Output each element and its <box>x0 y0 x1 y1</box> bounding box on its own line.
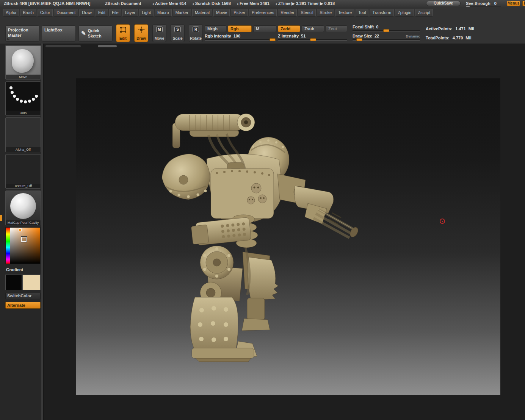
edit-mode-button[interactable]: Edit <box>116 24 130 42</box>
draw-size-label: Draw Size <box>353 34 372 38</box>
switch-color-button[interactable]: SwitchColor <box>5 293 41 299</box>
mrgb-button[interactable]: Mrgb <box>205 25 226 32</box>
alternate-button[interactable]: Alternate <box>5 302 41 309</box>
draw-mode-button[interactable]: Draw <box>134 24 148 42</box>
z-intensity-handle[interactable] <box>310 38 316 41</box>
zcut-button[interactable]: Zcut <box>326 25 347 32</box>
tray-scroll-handle[interactable] <box>98 45 117 47</box>
lightbox-label: LightBox <box>44 28 63 32</box>
tray-scroll-marker[interactable] <box>0 215 2 221</box>
sculpt-canvas[interactable] <box>76 78 500 395</box>
scale-mode-button[interactable]: S Scale <box>171 24 185 42</box>
alpha-selector[interactable]: Alpha_Off <box>5 117 41 152</box>
pencil-icon: ✎ <box>81 30 86 37</box>
focal-shift-slider[interactable]: Focal Shift0 <box>353 25 420 31</box>
menu-bar: AlphaBrushColorDocumentDrawEditFileLayer… <box>0 7 525 18</box>
draw-size-value: 22 <box>375 34 379 38</box>
menu-item[interactable]: Brush <box>20 9 36 17</box>
zsub-button[interactable]: Zsub <box>302 25 324 32</box>
hue-selector[interactable] <box>19 228 22 231</box>
secondary-color-swatch[interactable] <box>22 275 41 290</box>
menu-item[interactable]: Tool <box>356 9 368 17</box>
menu-item[interactable]: File <box>109 9 121 17</box>
menu-item[interactable]: Picker <box>231 9 248 17</box>
hue-strip[interactable] <box>6 228 10 264</box>
draw-size-track <box>353 39 420 41</box>
texture-name: Texture_Off <box>6 184 41 188</box>
menu-item[interactable]: Stroke <box>317 9 334 17</box>
see-through-slider[interactable]: See-through0 <box>466 1 501 7</box>
menu-item[interactable]: Zscript <box>415 9 433 17</box>
menu-item[interactable]: Alpha <box>3 9 19 17</box>
total-points-readout: TotalPoints:4.770Mil <box>426 36 472 40</box>
zbrush-app: ZBrush 4R6 [BIVR-MIBF-QQJA-NIMI-NRWH] ZB… <box>0 0 525 420</box>
lightbox-button[interactable]: LightBox <box>42 25 76 42</box>
rgb-intensity-slider[interactable]: Rgb Intensity100 <box>205 34 276 41</box>
quick-sketch-button[interactable]: ✎ Quick Sketch <box>78 25 113 42</box>
menus-button[interactable]: Menus <box>507 1 520 6</box>
menu-item[interactable]: Stencil <box>298 9 316 17</box>
draw-crosshair-icon <box>138 27 145 33</box>
document-workspace <box>44 44 525 420</box>
draw-size-slider[interactable]: Draw Size22 Dynamic <box>353 34 420 41</box>
color-picker[interactable] <box>5 227 41 264</box>
menu-item[interactable]: Marker <box>173 9 191 17</box>
total-points-unit: Mil <box>465 36 471 40</box>
menu-item[interactable]: Edit <box>96 9 108 17</box>
left-tray: Move Dots Alpha_Off Texture_Off MatCap P… <box>0 44 41 420</box>
menu-item[interactable]: Draw <box>79 9 94 17</box>
focal-shift-handle[interactable] <box>383 29 389 32</box>
material-selector[interactable]: MatCap Pearl Cavity <box>5 190 41 225</box>
m-button[interactable]: M <box>253 25 276 32</box>
projection-master-button[interactable]: Projection Master <box>5 25 39 42</box>
primary-color-swatch[interactable] <box>5 275 22 290</box>
brush-selector[interactable]: Move <box>5 45 41 80</box>
quick-sketch-label: Quick Sketch <box>88 28 110 39</box>
zadd-button[interactable]: Zadd <box>278 25 300 32</box>
stat-item: Scratch Disk 1568 <box>193 1 231 6</box>
color-selector[interactable] <box>21 237 27 242</box>
top-toolbar: Projection Master LightBox ✎ Quick Sketc… <box>0 18 525 44</box>
menu-item[interactable]: Zplugin <box>395 9 414 17</box>
edit-gizmo-icon <box>120 27 127 33</box>
tray-divider-segment <box>45 45 81 47</box>
z-intensity-slider[interactable]: Z Intensity51 <box>278 34 347 41</box>
rgb-intensity-handle[interactable] <box>270 38 276 41</box>
quicksave-button[interactable]: QuickSave <box>426 1 461 6</box>
menu-item[interactable]: Texture <box>335 9 354 17</box>
menu-item[interactable]: Preferences <box>249 9 277 17</box>
stroke-selector[interactable]: Dots <box>5 81 41 116</box>
memory-stats: Active Mem 614Scratch Disk 1568Free Mem … <box>152 1 335 6</box>
move-mode-button[interactable]: M Move <box>152 24 166 42</box>
matcap-sphere-icon <box>10 193 36 219</box>
move-label: Move <box>155 36 165 41</box>
menu-item[interactable]: Transform <box>370 9 394 17</box>
focal-shift-track <box>353 30 420 31</box>
menu-item[interactable]: Light <box>139 9 154 17</box>
menu-item[interactable]: Color <box>38 9 53 17</box>
z-intensity-track <box>278 39 347 41</box>
active-points-label: ActivePoints: <box>426 27 452 31</box>
menu-item[interactable]: Document <box>54 9 78 17</box>
menu-item[interactable]: Material <box>192 9 212 17</box>
draw-size-handle[interactable] <box>356 38 362 41</box>
menu-item[interactable]: Macro <box>155 9 172 17</box>
brush-name: Move <box>6 75 41 79</box>
saturation-value-square[interactable] <box>10 228 40 264</box>
gradient-toggle[interactable]: Gradient <box>6 267 23 272</box>
rotate-mode-button[interactable]: R Rotate <box>189 24 203 42</box>
document-title: ZBrush Document <box>105 1 141 6</box>
menu-item[interactable]: Layer <box>122 9 138 17</box>
overflow-button[interactable]: D <box>522 1 525 6</box>
rgb-button[interactable]: Rgb <box>228 25 252 32</box>
menu-item[interactable]: Movie <box>213 9 230 17</box>
menu-item[interactable]: Render <box>278 9 297 17</box>
sculpt-model[interactable] <box>76 78 500 395</box>
texture-selector[interactable]: Texture_Off <box>5 154 41 189</box>
app-title: ZBrush 4R6 [BIVR-MIBF-QQJA-NIMI-NRWH] <box>4 1 90 6</box>
active-points-unit: Mil <box>469 27 474 31</box>
move-m-icon: M <box>156 27 163 32</box>
rgb-intensity-value: 100 <box>234 34 240 38</box>
see-through-value: 0 <box>494 1 497 6</box>
draw-label: Draw <box>136 36 146 41</box>
